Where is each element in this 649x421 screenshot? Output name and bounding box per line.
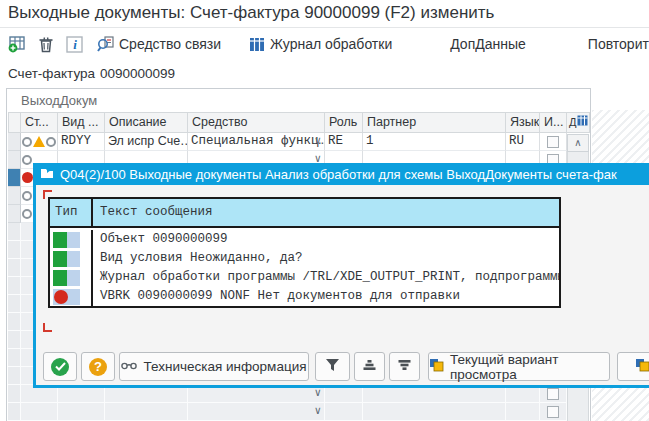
chevron-down-icon[interactable]: ∨ [314,133,321,150]
medium-cell[interactable]: ∨ [188,403,325,421]
log-table: Тип Текст сообщения Объект 0090000099Вид… [48,197,561,308]
header-language[interactable]: Язык [506,112,540,133]
delete-button[interactable] [38,36,54,53]
role-cell[interactable]: RE [325,133,363,151]
filter-button[interactable] [315,352,350,381]
invoice-field-value[interactable]: 0090000099 [100,66,175,81]
status-error-icon [53,289,80,305]
additional-data-button[interactable]: ДопДанные [450,36,526,52]
header-medium[interactable]: Средство [188,112,325,133]
row-selector[interactable] [8,259,21,277]
processing-log-icon [249,37,265,52]
row-selector[interactable] [8,277,21,295]
checkbox-cell [540,403,567,421]
log-status-cell [50,230,93,249]
header-row-selector [8,112,21,133]
row-selector[interactable] [8,331,21,349]
log-status-cell [50,249,93,268]
medium-cell[interactable]: Специальная функц…∨ [188,133,325,151]
header-i[interactable]: И... [540,112,567,133]
binoculars-icon [121,359,137,374]
type-cell[interactable]: RDYY [58,133,105,151]
row-selector[interactable] [8,133,21,151]
log-message-row[interactable]: Объект 0090000099 [50,230,559,249]
ring-icon [22,137,32,147]
filter-icon [325,358,340,375]
row-selector[interactable] [8,313,21,331]
technical-info-label: Техническая информация [143,359,306,374]
communication-method-button[interactable]: Средство связи [97,36,221,53]
header-description[interactable]: Описание [105,112,188,133]
header-role[interactable]: Роль [325,112,363,133]
language-cell[interactable] [506,403,540,421]
sort-ascending-button[interactable] [354,352,385,381]
description-cell[interactable]: Эл испр Сче… [105,133,188,151]
svg-text:i: i [73,37,77,52]
confirm-button[interactable] [43,352,77,381]
info-button[interactable]: i [66,36,83,53]
language-cell[interactable]: RU [506,133,540,151]
dialog-body: Тип Текст сообщения Объект 0090000099Вид… [33,185,649,388]
scroll-up-button[interactable]: ∧ [567,134,589,152]
log-table-header: Тип Текст сообщения [50,199,559,228]
partner-cell[interactable] [363,403,506,421]
row-selector[interactable] [8,151,21,169]
row-selector[interactable] [8,367,21,385]
log-status-cell [50,268,93,287]
sort-descending-icon [397,359,412,374]
log-status-cell [50,287,93,306]
row-selector[interactable] [8,385,21,403]
current-view-variant-button[interactable]: Текущий вариант просмотра [428,352,610,381]
info-icon: i [66,36,83,53]
ring-icon [22,209,32,219]
page-title: Выходные документы: Счет-фактура 9000009… [8,3,494,23]
status-cell [21,403,58,421]
groupbox-label: ВыходДокум [21,93,97,108]
ring-icon [22,191,32,201]
row-selector[interactable] [8,223,21,241]
row-selector[interactable] [8,241,21,259]
log-message-row[interactable]: Журнал обработки программы /TRL/XDE_OUTP… [50,268,559,287]
view-variant-icon [429,358,444,375]
log-message-text: Журнал обработки программы /TRL/XDE_OUTP… [93,268,559,287]
create-output-button[interactable] [8,36,26,53]
window-titlebar: Выходные документы: Счет-фактура 9000009… [0,0,649,28]
header-partner[interactable]: Партнер [363,112,506,133]
log-message-row[interactable]: VBRK 0090000099 NONF Нет документов для … [50,287,559,306]
header-type[interactable]: Вид ... [58,112,105,133]
row-checkbox[interactable] [547,406,559,418]
row-selector[interactable] [8,349,21,367]
processing-log-button[interactable]: Журнал обработки [249,36,392,52]
partial-right-button[interactable] [617,352,649,381]
output-table-row[interactable]: RDYYЭл испр Сче…Специальная функц…∨RE1RU [8,133,559,151]
status-cell [21,133,58,151]
sort-descending-button[interactable] [389,352,420,381]
row-checkbox[interactable] [547,136,559,148]
type-cell[interactable] [58,403,105,421]
view-variant-label: Текущий вариант просмотра [450,352,609,382]
chevron-down-icon[interactable]: ∨ [314,403,321,420]
log-message-row[interactable]: Вид условия Неожиданно, да? [50,249,559,268]
row-selector[interactable] [8,205,21,223]
row-selector[interactable] [8,403,21,421]
role-cell[interactable] [325,403,363,421]
dialog-titlebar[interactable]: Q04(2)/100 Выходные документы Анализ обр… [33,163,649,185]
row-checkbox[interactable] [547,388,559,400]
repeat-output-button[interactable]: Повторить В [588,36,649,52]
description-cell[interactable] [105,403,188,421]
table-config-button[interactable]: Д [567,112,590,133]
log-message-text: Объект 0090000099 [93,230,559,249]
dialog-title: Q04(2)/100 Выходные документы Анализ обр… [60,167,617,182]
output-table-row[interactable]: ∨ [8,403,559,421]
header-status[interactable]: Ст... [21,112,58,133]
communication-method-label: Средство связи [119,36,221,52]
repeat-output-label: Повторить В [588,36,649,52]
row-selector[interactable] [8,295,21,313]
row-selector[interactable] [8,187,21,205]
row-selector[interactable] [8,169,21,187]
help-button[interactable]: ? [81,352,115,381]
technical-info-button[interactable]: Техническая информация [119,352,309,381]
partner-cell[interactable]: 1 [363,133,506,151]
output-table-header: Ст... Вид ... Описание Средство Роль Пар… [8,112,590,133]
status-success-icon [53,270,80,286]
